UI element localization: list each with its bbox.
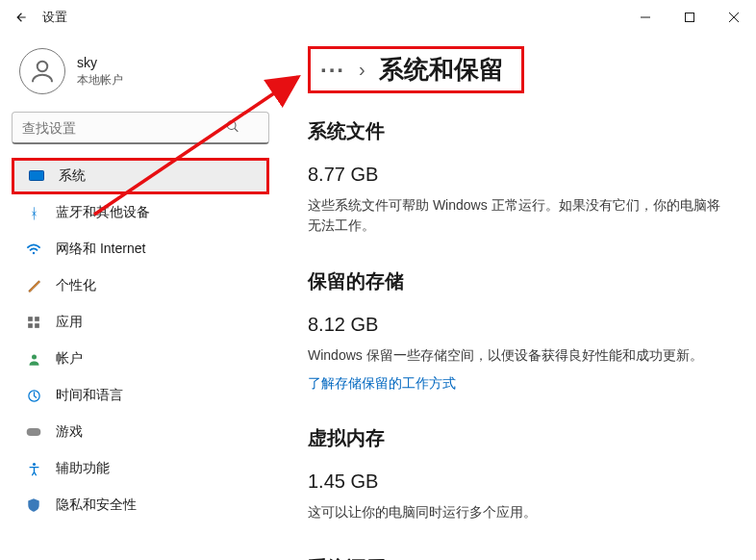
sidebar-item-apps[interactable]: 应用 (12, 304, 269, 341)
section-size: 1.45 GB (308, 471, 735, 493)
user-text: sky 本地帐户 (77, 55, 123, 89)
section-title: 系统还原 (308, 555, 735, 560)
sidebar-item-label: 游戏 (56, 423, 83, 441)
section-title: 虚拟内存 (308, 425, 735, 451)
sidebar-item-timelang[interactable]: 时间和语言 (12, 377, 269, 414)
sidebar-item-privacy[interactable]: 隐私和安全性 (12, 487, 269, 523)
sidebar-item-label: 网络和 Internet (56, 241, 145, 258)
maximize-button[interactable] (668, 0, 712, 35)
clock-globe-icon (25, 389, 42, 403)
minimize-icon (641, 13, 650, 22)
sidebar-item-network[interactable]: 网络和 Internet (12, 231, 269, 267)
svg-rect-7 (30, 171, 44, 181)
section-size: 8.77 GB (308, 164, 735, 186)
svg-line-6 (235, 129, 238, 132)
section-size: 8.12 GB (308, 314, 735, 336)
breadcrumb-ellipsis-icon[interactable]: ··· (320, 57, 345, 84)
section-title: 保留的存储 (308, 268, 735, 294)
back-arrow-icon (14, 11, 28, 24)
sidebar: sky 本地帐户 系统 ᚼ 蓝牙和其他设备 网络和 Internet (0, 35, 279, 560)
section-desc: Windows 保留一些存储空间，以便设备获得良好性能和成功更新。 (308, 345, 721, 366)
avatar (19, 48, 65, 94)
person-icon (28, 57, 57, 86)
section-system-files: 系统文件 8.77 GB 这些系统文件可帮助 Windows 正常运行。如果没有… (308, 118, 735, 236)
breadcrumb[interactable]: ··· › 系统和保留 (308, 46, 524, 93)
apps-icon (25, 316, 42, 329)
svg-point-8 (33, 252, 35, 254)
close-button[interactable] (712, 0, 756, 35)
svg-rect-1 (686, 13, 694, 22)
nav-list: 系统 ᚼ 蓝牙和其他设备 网络和 Internet 个性化 应用 帐户 (12, 158, 269, 523)
sidebar-item-personalize[interactable]: 个性化 (12, 267, 269, 304)
display-icon (28, 170, 45, 182)
close-icon (729, 13, 739, 22)
section-reserved: 保留的存储 8.12 GB Windows 保留一些存储空间，以便设备获得良好性… (308, 268, 735, 393)
section-restore: 系统还原 (308, 555, 735, 560)
svg-point-13 (32, 354, 37, 359)
brush-icon (25, 278, 42, 293)
maximize-icon (685, 13, 694, 22)
sidebar-item-label: 隐私和安全性 (56, 496, 137, 514)
svg-rect-9 (28, 317, 33, 321)
breadcrumb-title: 系统和保留 (379, 53, 504, 87)
user-block[interactable]: sky 本地帐户 (12, 40, 269, 108)
section-desc: 这些系统文件可帮助 Windows 正常运行。如果没有它们，你的电脑将无法工作。 (308, 195, 721, 236)
chevron-right-icon: › (359, 59, 365, 81)
sidebar-item-label: 个性化 (56, 277, 96, 294)
sidebar-item-label: 帐户 (56, 350, 83, 368)
reserved-learn-link[interactable]: 了解存储保留的工作方式 (308, 375, 456, 393)
section-virtual: 虚拟内存 1.45 GB 这可以让你的电脑同时运行多个应用。 (308, 425, 735, 522)
section-title: 系统文件 (308, 118, 735, 144)
sidebar-item-label: 应用 (56, 314, 83, 331)
account-icon (25, 352, 42, 367)
sidebar-item-label: 时间和语言 (56, 387, 123, 404)
bluetooth-icon: ᚼ (25, 205, 42, 221)
sidebar-item-label: 蓝牙和其他设备 (56, 204, 150, 221)
svg-rect-10 (35, 317, 39, 321)
sidebar-item-label: 辅助功能 (56, 460, 110, 477)
sidebar-item-system[interactable]: 系统 (12, 158, 269, 194)
accessibility-icon (25, 462, 42, 476)
main-content: ··· › 系统和保留 系统文件 8.77 GB 这些系统文件可帮助 Windo… (279, 35, 756, 560)
sidebar-item-gaming[interactable]: 游戏 (12, 414, 269, 450)
shield-icon (25, 497, 42, 513)
wifi-icon (25, 243, 42, 255)
titlebar: 设置 (0, 0, 756, 35)
window-title: 设置 (42, 9, 67, 26)
back-button[interactable] (6, 2, 37, 33)
sidebar-item-bluetooth[interactable]: ᚼ 蓝牙和其他设备 (12, 194, 269, 231)
sidebar-item-accounts[interactable]: 帐户 (12, 341, 269, 377)
svg-point-16 (32, 462, 35, 465)
svg-rect-12 (35, 323, 39, 328)
sidebar-item-accessibility[interactable]: 辅助功能 (12, 450, 269, 487)
search-icon (225, 119, 240, 138)
svg-point-4 (38, 62, 48, 72)
section-desc: 这可以让你的电脑同时运行多个应用。 (308, 502, 721, 522)
svg-rect-15 (27, 428, 41, 436)
minimize-button[interactable] (623, 0, 668, 35)
svg-point-5 (227, 121, 236, 130)
sidebar-item-label: 系统 (59, 167, 86, 185)
user-type: 本地帐户 (77, 72, 123, 89)
svg-rect-11 (28, 323, 33, 328)
gamepad-icon (25, 426, 42, 438)
user-name: sky (77, 55, 123, 70)
search-wrap (12, 112, 269, 144)
